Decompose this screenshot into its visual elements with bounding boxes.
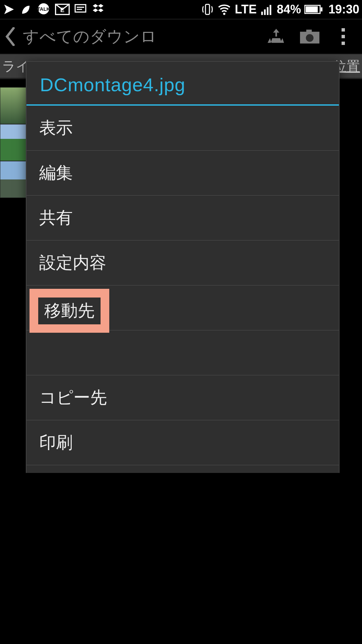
chat-icon	[74, 3, 87, 16]
menu-item-label: 共有	[39, 207, 73, 229]
menu-item-copy-to[interactable]: コピー先	[26, 375, 339, 420]
thumbnail[interactable]	[0, 161, 28, 198]
svg-text:TALK: TALK	[37, 6, 50, 12]
svg-point-8	[223, 13, 225, 15]
battery-icon	[304, 4, 323, 14]
menu-item-label: コピー先	[39, 386, 107, 409]
svg-rect-14	[306, 6, 318, 12]
menu-item-move-to[interactable]: 移動先	[26, 330, 339, 375]
signal-icon	[260, 3, 274, 16]
camera-button[interactable]	[294, 23, 325, 50]
overflow-menu-button[interactable]	[328, 23, 359, 50]
page-title: すべてのダウンロ	[23, 26, 157, 47]
talk-icon: TALK	[36, 2, 51, 17]
network-type-label: LTE	[235, 2, 257, 16]
svg-point-18	[306, 34, 314, 42]
clock-label: 19:30	[328, 2, 359, 16]
menu-item-print[interactable]: 印刷	[26, 420, 339, 465]
menu-item-set-as[interactable]: 設定内容	[26, 240, 339, 285]
svg-text:E: E	[60, 6, 64, 13]
dropbox-icon	[91, 3, 106, 16]
menu-item-label: 設定内容	[39, 252, 106, 274]
background-fill	[0, 473, 362, 644]
menu-item-label: 編集	[39, 162, 73, 184]
gallery-thumbnails	[0, 87, 27, 198]
thumbnail[interactable]	[0, 124, 28, 161]
svg-rect-9	[261, 12, 263, 15]
mail-e-icon: E	[55, 3, 70, 16]
share-button[interactable]	[261, 23, 292, 50]
svg-rect-12	[269, 5, 271, 15]
dialog-title: DCmontage4.jpg	[26, 62, 339, 106]
thumbnail[interactable]	[0, 87, 28, 124]
highlight-box: 移動先	[29, 289, 109, 333]
statusbar-right: LTE 84% 19:30	[201, 2, 359, 16]
status-bar: TALK E LTE 84% 19:30	[0, 0, 362, 19]
leaf-icon	[19, 3, 32, 16]
svg-rect-10	[264, 9, 266, 15]
svg-rect-17	[306, 30, 312, 32]
app-bar: すべてのダウンロ	[0, 19, 362, 54]
svg-rect-11	[267, 7, 268, 15]
tab-left-partial[interactable]: ライ	[2, 57, 29, 75]
overflow-icon	[342, 28, 345, 45]
menu-item-label: 印刷	[39, 431, 73, 454]
svg-rect-15	[321, 7, 322, 11]
menu-item-edit[interactable]: 編集	[26, 151, 339, 196]
wifi-icon	[217, 3, 232, 16]
context-menu-dialog: DCmontage4.jpg 表示 編集 共有 設定内容 削除 移動先 コピー先…	[26, 61, 340, 511]
back-button[interactable]	[3, 26, 18, 47]
menu-item-share[interactable]: 共有	[26, 196, 339, 240]
vibrate-icon	[201, 3, 214, 16]
svg-rect-4	[75, 5, 86, 12]
menu-item-view[interactable]: 表示	[26, 106, 339, 151]
statusbar-left-icons: TALK E	[3, 2, 106, 17]
add-icon	[3, 3, 15, 16]
svg-rect-7	[205, 4, 209, 14]
highlighted-menu-item-label[interactable]: 移動先	[38, 298, 101, 324]
menu-item-label: 表示	[39, 117, 73, 139]
battery-percent: 84%	[277, 2, 301, 16]
